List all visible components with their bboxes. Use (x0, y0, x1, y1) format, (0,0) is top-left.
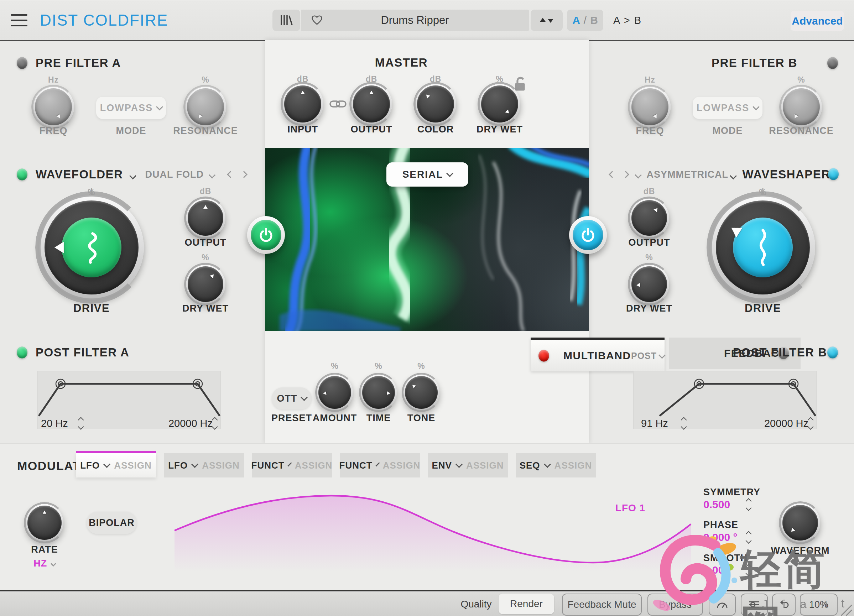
pre-filter-a-resonance-knob[interactable] (187, 88, 224, 125)
wavefolder-drive-knob[interactable] (44, 200, 139, 294)
pre-filter-a-mode-label: MODE (116, 125, 146, 136)
waveshaper-drive-knob[interactable] (716, 200, 810, 294)
mod-tab-funct1[interactable]: FUNCT ASSIGN (252, 453, 332, 477)
resize-handle-icon[interactable] (837, 601, 852, 616)
phase-stepper[interactable] (746, 532, 751, 543)
multiband-position-dropdown[interactable]: POST (631, 351, 665, 361)
waveshaper-drywet-knob[interactable] (631, 266, 667, 302)
waveshaper-next-icon[interactable] (622, 171, 629, 178)
post-filter-a-led[interactable] (17, 347, 27, 358)
multiband-preset-dropdown[interactable]: OTT (272, 387, 312, 410)
post-filter-b-low-value[interactable]: 91 Hz (641, 418, 668, 429)
pre-filter-b-led[interactable] (827, 57, 838, 69)
bypass-button[interactable]: Bypass (647, 593, 703, 616)
cpu-meter[interactable]: 10% (800, 593, 837, 616)
mod-tab-assign[interactable]: ASSIGN (202, 460, 240, 471)
mod-tab-assign[interactable]: ASSIGN (555, 460, 592, 471)
preset-up-icon[interactable] (540, 15, 546, 22)
ab-b-label[interactable]: B (590, 14, 598, 26)
mod-tab-lfo1[interactable]: LFO ASSIGN (76, 453, 156, 477)
post-filter-a-low-stepper[interactable] (79, 418, 83, 429)
waveshaper-type-dropdown[interactable]: ASYMMETRICAL (636, 169, 728, 180)
lfo-waveform-knob[interactable] (782, 505, 818, 541)
mod-tab-seq[interactable]: SEQ ASSIGN (516, 453, 596, 477)
feedback-mute-button[interactable]: Feedback Mute (562, 593, 642, 616)
wavefolder-output-knob[interactable] (188, 200, 223, 236)
link-icon[interactable] (329, 99, 346, 108)
master-color-knob[interactable] (417, 85, 454, 122)
ab-copy-button[interactable]: A > B (613, 15, 642, 26)
symmetry-value[interactable]: 0.500 (703, 499, 730, 511)
master-output-knob[interactable] (353, 85, 390, 122)
multiband-amount-knob[interactable] (319, 376, 351, 409)
pre-filter-b-resonance-knob[interactable] (783, 88, 820, 125)
waveshaper-output-knob[interactable] (631, 200, 667, 236)
routing-dropdown[interactable]: SERIAL (386, 162, 468, 187)
mod-tab-assign[interactable]: ASSIGN (383, 460, 421, 471)
post-filter-a-graph[interactable]: 20 Hz 20000 Hz (37, 371, 221, 429)
post-filter-a-high-value[interactable]: 20000 Hz (168, 418, 213, 429)
wavefolder-header[interactable]: WAVEFOLDER (36, 168, 135, 181)
limiter-button[interactable] (709, 593, 736, 616)
render-button[interactable]: Render (499, 593, 554, 614)
waveshaper-led[interactable] (828, 168, 839, 180)
menu-icon[interactable] (11, 14, 27, 26)
preset-prev-next-button[interactable] (531, 10, 563, 31)
smooth-value[interactable]: 0.000 (703, 564, 730, 576)
lfo-waveform-display[interactable] (173, 488, 693, 586)
chevron-down-icon (456, 461, 463, 468)
mod-tab-env[interactable]: ENV ASSIGN (428, 453, 508, 477)
tab-multiband[interactable]: MULTIBAND POST (531, 337, 665, 371)
pre-filter-a-mode-dropdown[interactable]: LOWPASS (96, 97, 166, 119)
feedback-tone-knob[interactable] (405, 376, 438, 409)
lfo-bipolar-button[interactable]: BIPOLAR (87, 512, 137, 534)
post-filter-b-led[interactable] (827, 347, 838, 358)
post-filter-b-graph[interactable]: 91 Hz 20000 Hz (633, 371, 817, 429)
lfo-rate-knob[interactable] (27, 506, 62, 540)
mod-tab-lfo2[interactable]: LFO ASSIGN (164, 453, 244, 477)
wavefolder-prev-icon[interactable] (227, 171, 234, 178)
post-filter-a-low-value[interactable]: 20 Hz (41, 418, 68, 429)
waveshaper-header[interactable]: WAVESHAPER (731, 168, 831, 181)
post-filter-b-low-stepper[interactable] (682, 418, 686, 429)
post-filter-b-high-value[interactable]: 20000 Hz (764, 418, 808, 429)
post-filter-b-high-stepper[interactable] (808, 418, 813, 429)
wavefolder-next-icon[interactable] (240, 171, 247, 178)
mod-tab-funct2[interactable]: FUNCT ASSIGN (340, 453, 420, 477)
wavefolder-power-button[interactable] (247, 216, 285, 254)
gauge-icon (716, 600, 728, 609)
multiband-title: MULTIBAND (563, 350, 631, 362)
waveshaper-prev-icon[interactable] (608, 171, 616, 178)
master-drywet-knob[interactable] (481, 85, 518, 122)
wavefolder-led[interactable] (17, 169, 27, 180)
wavefolder-drywet-knob[interactable] (188, 266, 223, 302)
pre-filter-a-led[interactable] (17, 57, 27, 69)
mod-tab-assign[interactable]: ASSIGN (466, 460, 504, 471)
post-filter-a-high-stepper[interactable] (213, 418, 217, 429)
symmetry-stepper[interactable] (746, 499, 751, 510)
phase-value[interactable]: 0.000 ° (703, 531, 737, 543)
master-title: MASTER (375, 56, 428, 69)
pre-filter-b-freq-knob[interactable] (631, 88, 668, 125)
pre-filter-a-freq-knob[interactable] (35, 88, 72, 125)
multiband-status-led[interactable] (538, 350, 549, 362)
bipolar-label: BIPOLAR (89, 517, 135, 528)
favorite-heart-icon[interactable] (311, 15, 323, 26)
pre-filter-b-mode-dropdown[interactable]: LOWPASS (693, 97, 762, 119)
mod-tab-assign[interactable]: ASSIGN (295, 460, 332, 471)
preset-name-bar[interactable]: Drums Ripper (301, 10, 529, 31)
waveshaper-power-button[interactable] (569, 216, 607, 254)
advanced-button[interactable]: Advanced (791, 11, 844, 31)
preset-down-icon[interactable] (548, 19, 554, 26)
ab-toggle[interactable]: A / B (567, 10, 603, 31)
feedback-time-knob[interactable] (362, 376, 395, 409)
tuner-button[interactable] (741, 593, 768, 616)
mod-tab-assign[interactable]: ASSIGN (114, 460, 152, 471)
smooth-stepper[interactable] (746, 565, 751, 576)
undo-button[interactable] (772, 593, 796, 616)
preset-library-button[interactable] (273, 10, 300, 31)
lfo-rate-unit-dropdown[interactable]: HZ (34, 558, 55, 569)
wavefolder-type-dropdown[interactable]: DUAL FOLD (145, 169, 215, 180)
ab-a-label[interactable]: A (572, 14, 580, 26)
master-input-knob[interactable] (284, 85, 321, 122)
